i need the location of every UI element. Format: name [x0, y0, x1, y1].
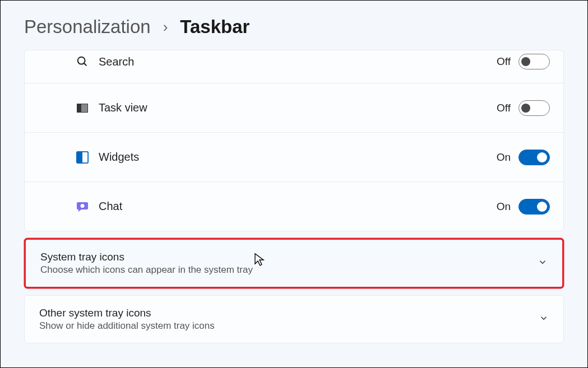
row-widgets: Widgets On: [25, 132, 563, 181]
svg-point-4: [81, 204, 85, 208]
breadcrumb-parent[interactable]: Personalization: [24, 16, 151, 38]
section-subtitle: Choose which icons can appear in the sys…: [40, 264, 253, 276]
svg-point-0: [78, 57, 85, 64]
toggle-taskview[interactable]: [518, 100, 550, 116]
row-label: Widgets: [99, 151, 139, 164]
section-subtitle: Show or hide additional system tray icon…: [39, 320, 215, 332]
chevron-down-icon[interactable]: [538, 257, 548, 269]
taskview-icon: [75, 101, 90, 115]
section-title: Other system tray icons: [39, 307, 215, 319]
widgets-icon: [75, 150, 90, 165]
search-icon: [75, 54, 90, 69]
row-label: Search: [99, 55, 134, 68]
svg-rect-3: [77, 151, 82, 162]
breadcrumb: Personalization › Taskbar: [24, 16, 564, 38]
section-system-tray-icons[interactable]: System tray icons Choose which icons can…: [24, 238, 564, 288]
chevron-down-icon[interactable]: [539, 313, 549, 325]
section-other-system-tray-icons[interactable]: Other system tray icons Show or hide add…: [24, 295, 564, 343]
row-state: On: [497, 151, 511, 164]
taskbar-items-panel: Search Off Task view Off Widgets On: [24, 50, 564, 231]
toggle-widgets[interactable]: [518, 150, 550, 165]
row-state: Off: [497, 102, 511, 114]
breadcrumb-current: Taskbar: [180, 16, 249, 38]
row-label: Chat: [99, 200, 122, 213]
row-chat: Chat On: [25, 181, 563, 231]
chat-icon: [75, 199, 90, 214]
svg-line-1: [84, 63, 87, 66]
row-taskview: Task view Off: [25, 83, 563, 132]
row-label: Task view: [99, 101, 147, 114]
chevron-right-icon: ›: [163, 18, 168, 36]
row-state: On: [497, 201, 511, 213]
section-title: System tray icons: [40, 251, 253, 263]
row-state: Off: [497, 55, 511, 68]
toggle-chat[interactable]: [518, 199, 550, 215]
row-search: Search Off: [25, 50, 563, 83]
toggle-search[interactable]: [518, 54, 550, 69]
